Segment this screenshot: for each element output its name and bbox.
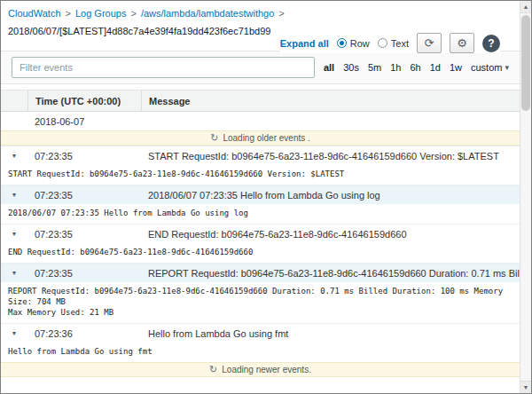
- range-1h[interactable]: 1h: [390, 62, 401, 73]
- time-range-links: all 30s 5m 1h 6h 1d 1w custom ▾: [324, 62, 509, 73]
- log-event-row[interactable]: ▼ 07:23:35 2018/06/07 07:23:35 Hello fro…: [1, 185, 520, 204]
- range-30s[interactable]: 30s: [343, 62, 359, 73]
- range-6h[interactable]: 6h: [410, 62, 420, 73]
- range-1d[interactable]: 1d: [430, 62, 441, 73]
- expand-all-link[interactable]: Expand all: [280, 38, 329, 49]
- range-1w[interactable]: 1w: [450, 62, 462, 73]
- event-time: 07:23:35: [27, 151, 141, 162]
- date-separator-row: 2018-06-07: [1, 112, 520, 130]
- filter-bar: all 30s 5m 1h 6h 1d 1w custom ▾: [1, 51, 520, 84]
- event-message: Hello from Lambda Go using fmt: [141, 328, 520, 339]
- loading-newer-events: ↻ Loading newer events.: [1, 362, 520, 377]
- chevron-down-icon: ▾: [505, 63, 509, 72]
- time-column-header: Time (UTC +00:00): [27, 91, 141, 111]
- expand-triangle-icon[interactable]: ▼: [1, 231, 27, 237]
- view-option-row[interactable]: Row: [337, 38, 370, 49]
- breadcrumb-link-log-groups[interactable]: Log Groups: [75, 8, 126, 19]
- breadcrumb-link-log-group[interactable]: /aws/lambda/lambdatestwithgo: [141, 8, 274, 19]
- event-message: END RequestId: b0964e75-6a23-11e8-9d6c-4…: [141, 229, 520, 240]
- scroll-down-icon: ▼: [523, 384, 529, 390]
- help-button[interactable]: ?: [482, 35, 500, 52]
- refresh-icon: ⟳: [425, 36, 434, 50]
- page-header: CloudWatch>Log Groups>/aws/lambda/lambda…: [1, 1, 520, 51]
- cloudwatch-log-events-window: CloudWatch>Log Groups>/aws/lambda/lambda…: [0, 0, 532, 394]
- event-message: REPORT RequestId: b0964e75-6a23-11e8-9d6…: [141, 268, 520, 279]
- event-time: 07:23:35: [27, 190, 141, 201]
- event-time: 07:23:35: [27, 268, 141, 279]
- radio-row-icon[interactable]: [337, 38, 347, 48]
- table-header: Time (UTC +00:00) Message: [1, 90, 520, 112]
- scroll-up-icon: ▲: [523, 4, 529, 10]
- vertical-scrollbar[interactable]: ▲ ▼: [520, 1, 531, 393]
- view-option-text-label: Text: [391, 38, 409, 49]
- expand-triangle-icon[interactable]: ▼: [1, 330, 27, 336]
- date-separator-label: 2018-06-07: [27, 116, 141, 127]
- log-event-detail: 2018/06/07 07:23:35 Hello from Lambda Go…: [1, 204, 520, 224]
- filter-events-input[interactable]: [12, 57, 315, 78]
- event-time: 07:23:35: [27, 229, 141, 240]
- view-option-text[interactable]: Text: [378, 38, 409, 49]
- loading-refresh-icon: ↻: [210, 132, 218, 144]
- range-all[interactable]: all: [324, 62, 334, 73]
- loading-older-label: Loading older events .: [223, 133, 309, 143]
- settings-button[interactable]: ⚙: [450, 33, 474, 53]
- range-5m[interactable]: 5m: [368, 62, 381, 73]
- radio-text-icon[interactable]: [378, 38, 387, 48]
- log-event-row[interactable]: ▼ 07:23:35 REPORT RequestId: b0964e75-6a…: [1, 263, 520, 282]
- event-message: 2018/06/07 07:23:35 Hello from Lambda Go…: [141, 190, 520, 201]
- loading-newer-label: Loading newer events.: [222, 365, 311, 374]
- log-event-detail: START RequestId: b0964e75-6a23-11e8-9d6c…: [1, 165, 520, 185]
- event-time: 07:23:36: [27, 328, 141, 339]
- breadcrumb-separator: >: [130, 8, 136, 19]
- log-event-detail: END RequestId: b0964e75-6a23-11e8-9d6c-4…: [1, 243, 520, 263]
- refresh-button[interactable]: ⟳: [417, 33, 442, 53]
- view-controls: Expand all Row Text ⟳ ⚙ ?: [280, 33, 500, 53]
- log-event-row[interactable]: ▼ 07:23:35 START RequestId: b0964e75-6a2…: [1, 146, 520, 165]
- view-option-row-label: Row: [350, 38, 370, 49]
- expand-triangle-icon[interactable]: ▼: [1, 270, 27, 276]
- scrollbar-thumb[interactable]: [521, 15, 530, 111]
- message-column-header: Message: [141, 91, 520, 111]
- range-custom-label: custom: [471, 62, 502, 73]
- log-event-row[interactable]: ▼ 07:23:35 END RequestId: b0964e75-6a23-…: [1, 224, 520, 243]
- scroll-up-button[interactable]: ▲: [520, 1, 531, 13]
- expand-triangle-icon[interactable]: ▼: [1, 192, 27, 198]
- breadcrumb-link-cloudwatch[interactable]: CloudWatch: [8, 8, 61, 19]
- help-icon: ?: [488, 37, 494, 50]
- range-custom-dropdown[interactable]: custom ▾: [471, 62, 509, 73]
- expand-triangle-icon[interactable]: ▼: [1, 153, 27, 159]
- log-event-row[interactable]: ▼ 07:23:36 Hello from Lambda Go using fm…: [1, 323, 520, 343]
- breadcrumb-separator: >: [66, 8, 71, 19]
- gear-icon: ⚙: [457, 36, 467, 50]
- breadcrumb-separator: >: [278, 8, 284, 19]
- log-event-detail: REPORT RequestId: b0964e75-6a23-11e8-9d6…: [1, 282, 520, 323]
- loading-refresh-icon: ↻: [209, 364, 217, 375]
- log-events-table: Time (UTC +00:00) Message 2018-06-07 ↻ L…: [1, 90, 520, 377]
- event-message: START RequestId: b0964e75-6a23-11e8-9d6c…: [141, 151, 520, 162]
- loading-older-events: ↻ Loading older events .: [1, 130, 520, 146]
- breadcrumb: CloudWatch>Log Groups>/aws/lambda/lambda…: [8, 8, 511, 19]
- log-event-detail: Hello from Lambda Go using fmt: [1, 343, 520, 362]
- scroll-down-button[interactable]: ▼: [520, 381, 531, 393]
